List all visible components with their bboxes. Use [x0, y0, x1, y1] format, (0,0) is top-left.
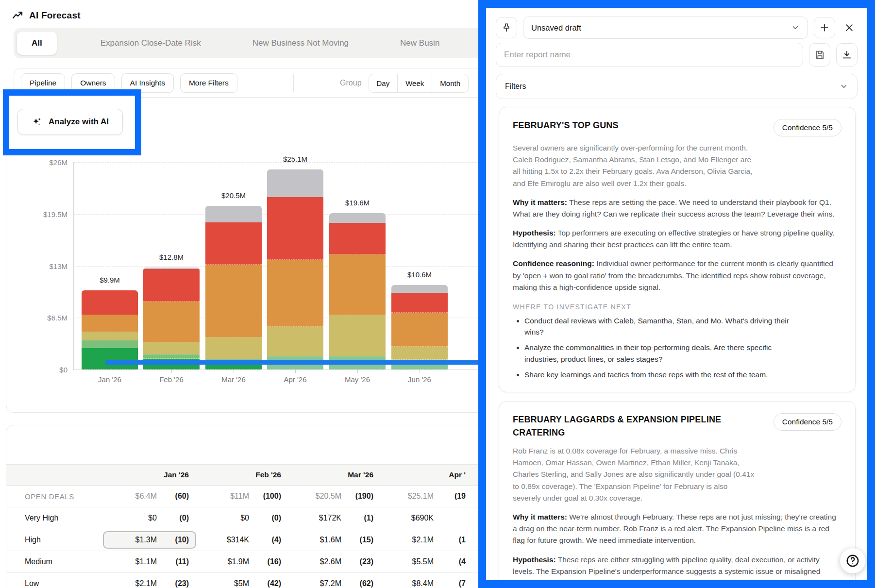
- bar-total-label: $25.1M: [261, 155, 329, 163]
- x-tick: [420, 370, 420, 373]
- tab-all[interactable]: All: [17, 32, 57, 55]
- page-header: AI Forecast: [12, 10, 81, 21]
- save-report-button[interactable]: [809, 43, 830, 67]
- cell-count: (4: [434, 557, 466, 566]
- cell-count: (100): [249, 492, 281, 501]
- segment-orange: [267, 260, 323, 327]
- filters-accordion[interactable]: Filters: [496, 74, 858, 99]
- y-axis-line: [73, 162, 74, 370]
- cell-open-deals-col3[interactable]: $25.1M(19: [380, 492, 472, 501]
- stacked-bar-Feb-26[interactable]: [143, 268, 200, 370]
- panel-top-row: Unsaved draft: [496, 17, 858, 39]
- bar-total-label: $10.6M: [386, 270, 454, 279]
- column-header-Apr-: Apr ': [380, 470, 472, 479]
- cell-value: $5.5M: [380, 557, 434, 566]
- table-row-medium: Medium$1.1M(11)$1.9M(16)$2.6M(23)$5.5M(4: [6, 551, 540, 573]
- tab-new-business-not-moving[interactable]: New Business Not Moving: [238, 32, 363, 55]
- segment-won_green: [205, 364, 262, 370]
- granularity-month[interactable]: Month: [432, 74, 469, 93]
- cell-low-col3[interactable]: $8.4M(7: [380, 579, 472, 588]
- analyze-with-ai-button[interactable]: Analyze with AI: [17, 109, 123, 135]
- y-axis-label: $6.5M: [8, 314, 67, 322]
- cell-very-high-col0[interactable]: $0(0): [103, 514, 196, 522]
- cell-value: $2.1M: [103, 579, 157, 588]
- insight-card-header: FEBRUARY LAGGARDS & EXPANSION PIPELINE C…: [513, 413, 841, 439]
- insight-card-header: FEBRUARY'S TOP GUNSConfidence 5/5: [513, 119, 841, 136]
- x-axis-label: Jan '26: [76, 375, 144, 384]
- granularity-segmented-control: DayWeekMonth: [369, 74, 469, 93]
- insight-section: Why it matters: These reps are setting t…: [513, 197, 837, 220]
- stacked-bar-Jan-26[interactable]: [82, 290, 138, 370]
- cell-very-high-col2[interactable]: $172K(1): [288, 514, 380, 522]
- insight-card-2: FEBRUARY LAGGARDS & EXPANSION PIPELINE C…: [499, 401, 856, 580]
- cell-value: $2.6M: [288, 557, 341, 566]
- page-title: AI Forecast: [29, 10, 81, 21]
- insight-section-label: Why it matters:: [513, 513, 567, 521]
- cell-high-col3[interactable]: $2.1M(1: [380, 536, 472, 544]
- bar-total-label: $12.8M: [137, 253, 205, 261]
- cell-count: (62): [341, 579, 373, 588]
- tab-expansion-close-date-risk[interactable]: Expansion Close-Date Risk: [86, 32, 216, 55]
- cell-count: (10): [157, 536, 189, 544]
- insight-section-label: Why it matters:: [513, 198, 567, 206]
- trend-up-icon: [12, 10, 23, 21]
- cell-high-col2[interactable]: $1.6M(15): [288, 536, 380, 544]
- segment-gray: [205, 206, 262, 222]
- download-report-button[interactable]: [836, 43, 858, 67]
- y-axis-label: $0: [8, 366, 67, 374]
- cell-medium-col0[interactable]: $1.1M(11): [103, 557, 196, 566]
- pin-button[interactable]: [496, 17, 517, 38]
- cell-value: $0: [103, 514, 157, 522]
- stacked-bar-May-26[interactable]: [329, 213, 386, 370]
- close-panel-button[interactable]: [841, 17, 858, 38]
- x-tick: [171, 370, 172, 373]
- help-icon: [845, 554, 860, 568]
- confidence-badge: Confidence 5/5: [774, 119, 841, 136]
- cell-low-col0[interactable]: $2.1M(23): [103, 579, 196, 588]
- cell-very-high-col1[interactable]: $0(0): [196, 514, 288, 522]
- cell-medium-col3[interactable]: $5.5M(4: [380, 557, 472, 566]
- granularity-week[interactable]: Week: [398, 74, 432, 93]
- cell-high-col1[interactable]: $314K(4): [196, 536, 288, 544]
- cell-count: (1: [434, 536, 466, 544]
- chevron-down-icon: [840, 82, 848, 91]
- new-report-button[interactable]: [814, 17, 835, 38]
- cell-value: $0: [196, 514, 249, 522]
- cell-high-col0[interactable]: $1.3M(10): [103, 532, 196, 548]
- cell-low-col2[interactable]: $7.2M(62): [288, 579, 380, 588]
- cell-open-deals-col0[interactable]: $6.4M(60): [103, 492, 196, 501]
- segment-gray: [267, 169, 323, 197]
- cell-count: (16): [249, 557, 281, 566]
- investigate-bullet-list: Conduct deal reviews with Caleb, Samanth…: [524, 315, 841, 380]
- tab-new-busin[interactable]: New Busin: [386, 32, 454, 55]
- x-axis-label: Apr '26: [261, 375, 329, 384]
- granularity-day[interactable]: Day: [369, 74, 398, 93]
- report-name-input[interactable]: [496, 43, 803, 67]
- cell-medium-col2[interactable]: $2.6M(23): [288, 557, 380, 566]
- cell-count: (1): [341, 514, 373, 522]
- stacked-bar-Apr-26[interactable]: [267, 169, 323, 370]
- column-header-Mar-26: Mar '26: [288, 470, 380, 479]
- stacked-bar-Mar-26[interactable]: [205, 206, 262, 370]
- draft-selector-dropdown[interactable]: Unsaved draft: [523, 17, 808, 39]
- cell-very-high-col3[interactable]: $690K: [380, 514, 472, 522]
- table-header-row: Jan '26Feb '26Mar '26Apr ': [6, 464, 540, 486]
- segment-khaki: [329, 315, 386, 356]
- segment-khaki: [143, 342, 200, 354]
- cell-low-col1[interactable]: $5M(42): [196, 579, 288, 588]
- stacked-bar-Jun-26[interactable]: [391, 285, 448, 370]
- cell-open-deals-col1[interactable]: $11M(100): [196, 492, 288, 501]
- segment-gray: [329, 213, 386, 222]
- cell-open-deals-col2[interactable]: $20.5M(190): [288, 492, 380, 501]
- table-row-very-high: Very High$0(0)$0(0)$172K(1)$690K: [6, 507, 540, 529]
- segment-orange: [82, 315, 138, 332]
- table-row-low: Low$2.1M(23)$5M(42)$7.2M(62)$8.4M(7: [6, 573, 540, 588]
- cell-medium-col1[interactable]: $1.9M(16): [196, 557, 288, 566]
- cell-value: $1.6M: [288, 536, 341, 544]
- bar-total-label: $20.5M: [200, 191, 268, 200]
- segment-red: [143, 269, 200, 302]
- bar-total-label: $9.9M: [76, 276, 144, 284]
- more-filters-filter-button[interactable]: More Filters: [180, 73, 237, 93]
- help-button[interactable]: [840, 548, 865, 573]
- x-axis-label: May '26: [323, 375, 391, 384]
